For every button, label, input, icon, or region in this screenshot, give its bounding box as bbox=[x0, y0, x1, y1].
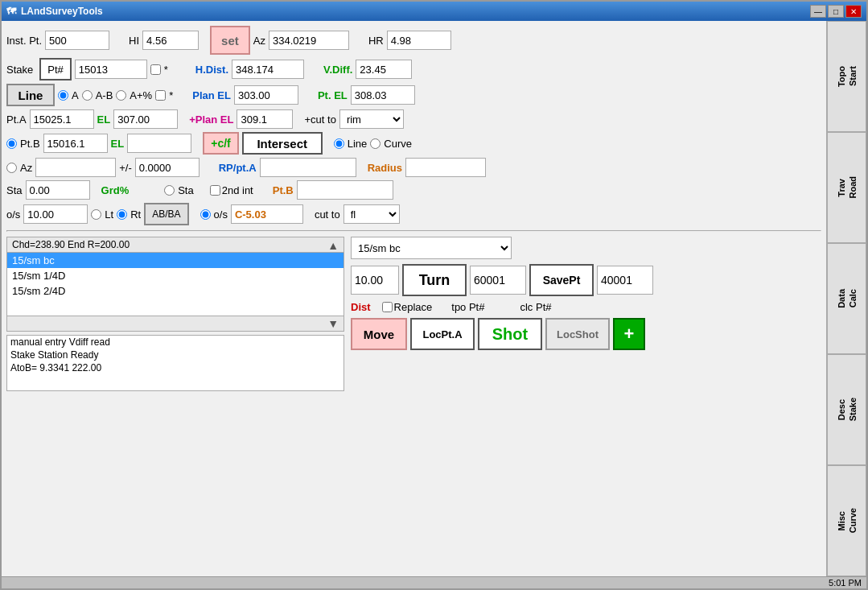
os-input[interactable]: 10.00 bbox=[23, 204, 88, 224]
locshot-button[interactable]: LocShot bbox=[545, 318, 610, 350]
ptb-input2[interactable] bbox=[297, 180, 393, 200]
el-label: EL bbox=[97, 113, 111, 126]
replace-checkbox[interactable] bbox=[382, 302, 393, 312]
el-input[interactable]: 307.00 bbox=[113, 109, 178, 129]
line-button[interactable]: Line bbox=[6, 84, 55, 106]
ptb-input[interactable]: 15016.1 bbox=[43, 134, 108, 153]
curve-radio[interactable] bbox=[370, 138, 381, 149]
c-value-input[interactable]: C-5.03 bbox=[231, 204, 303, 224]
bottom-buttons-row: Move LocPt.A Shot LocShot + bbox=[351, 318, 821, 350]
log-line-3: AtoB= 9.3341 222.00 bbox=[7, 361, 343, 374]
ptnum-button[interactable]: Pt# bbox=[39, 58, 72, 80]
radius-input[interactable] bbox=[405, 158, 486, 177]
ptb-label: Pt.B bbox=[20, 138, 40, 150]
radio-ab[interactable] bbox=[82, 90, 93, 101]
dist-label: Dist bbox=[351, 301, 371, 313]
maximize-button[interactable]: □ bbox=[828, 5, 844, 18]
hdist-input[interactable]: 348.174 bbox=[232, 60, 304, 79]
list-item-1[interactable]: 15/sm bc bbox=[7, 253, 343, 268]
az-radio[interactable] bbox=[6, 163, 17, 173]
plusminus-label: +/- bbox=[119, 162, 132, 174]
el-input2[interactable] bbox=[127, 134, 191, 153]
shot-button[interactable]: Shot bbox=[478, 318, 542, 350]
ptb-radio-group[interactable]: Pt.B bbox=[6, 138, 40, 150]
line-radio[interactable] bbox=[334, 138, 344, 149]
radio-a[interactable] bbox=[58, 90, 68, 101]
sidebar-btn-calc-data[interactable]: Calc Data bbox=[827, 243, 866, 354]
turn-button[interactable]: Turn bbox=[402, 264, 467, 296]
curve-radio-group[interactable]: Curve bbox=[370, 138, 412, 150]
inst-pt-label: Inst. Pt. bbox=[6, 35, 42, 47]
2nd-int-checkbox[interactable] bbox=[210, 185, 220, 196]
scroll-down-btn[interactable]: ▼ bbox=[327, 317, 339, 330]
title-bar: 🗺 LAndSurveyTools — □ ✕ bbox=[2, 2, 866, 21]
star-checkbox2[interactable] bbox=[155, 90, 166, 101]
rt-radio-group[interactable]: Rt bbox=[117, 208, 141, 221]
title-bar-controls: — □ ✕ bbox=[810, 5, 862, 18]
lt-radio-group[interactable]: Lt bbox=[91, 208, 113, 221]
az-radio-group[interactable]: Az bbox=[6, 162, 32, 174]
az-value-input[interactable] bbox=[35, 158, 116, 177]
plus-button[interactable]: + bbox=[613, 318, 645, 350]
savept-input[interactable]: 40001 bbox=[597, 266, 653, 295]
close-button[interactable]: ✕ bbox=[845, 5, 862, 18]
pt-el-input[interactable]: 308.03 bbox=[351, 85, 415, 105]
plus-plan-el-input[interactable]: 309.1 bbox=[237, 109, 293, 129]
ptb-radio[interactable] bbox=[6, 138, 17, 149]
scroll-up-btn[interactable]: ▲ bbox=[327, 239, 339, 252]
radio-apct-group[interactable]: A+% bbox=[116, 89, 152, 101]
replace-group[interactable]: Replace bbox=[382, 301, 433, 313]
turn-pt-input[interactable]: 60001 bbox=[470, 266, 526, 295]
abba-button[interactable]: AB/BA bbox=[144, 203, 188, 225]
plan-el-input[interactable]: 303.00 bbox=[234, 85, 298, 105]
cut-dropdown2[interactable]: fl rim top inv bbox=[343, 204, 400, 224]
star-checkbox[interactable] bbox=[150, 64, 161, 75]
move-button[interactable]: Move bbox=[351, 318, 407, 350]
list-area[interactable]: 15/sm bc 15/sm 1/4D 15/sm 2/4D bbox=[6, 252, 344, 316]
pt-input[interactable]: 15013 bbox=[75, 60, 147, 79]
bottom-area: Chd=238.90 End R=200.00 ▲ 15/sm bc 15/sm… bbox=[6, 237, 821, 391]
sidebar-btn-start-topo[interactable]: Start Topo bbox=[827, 21, 866, 132]
os2-radio[interactable] bbox=[200, 209, 211, 220]
list-item-3[interactable]: 15/sm 2/4D bbox=[7, 283, 343, 299]
inst-pt-input[interactable]: 500 bbox=[45, 31, 109, 50]
radio-ab-group[interactable]: A-B bbox=[82, 89, 113, 101]
vdiff-input[interactable]: 23.45 bbox=[356, 60, 412, 79]
radio-a-group[interactable]: A bbox=[58, 89, 79, 101]
row-sta: Sta 0.00 Grd% Sta 2nd int Pt.B bbox=[6, 180, 821, 200]
radio-apct[interactable] bbox=[116, 90, 126, 101]
hi-input[interactable]: 4.56 bbox=[142, 31, 199, 50]
cf-button[interactable]: +c/f bbox=[203, 132, 239, 155]
turn-left-input[interactable]: 10.00 bbox=[351, 266, 399, 295]
right-row-turn: 10.00 Turn 60001 SavePt 40001 bbox=[351, 264, 821, 296]
os-radio-group[interactable]: o/s bbox=[200, 208, 228, 221]
sidebar-btn-stake-desc[interactable]: Stake Desc bbox=[827, 354, 866, 465]
savept-button[interactable]: SavePt bbox=[529, 264, 594, 296]
list-item-2[interactable]: 15/sm 1/4D bbox=[7, 268, 343, 283]
sidebar-label-desc: Desc bbox=[837, 399, 846, 420]
line-radio-group[interactable]: Line bbox=[334, 138, 368, 150]
sidebar-label-road: Road bbox=[848, 176, 858, 199]
sidebar-btn-road-trav[interactable]: Road Trav bbox=[827, 132, 866, 243]
row-pta: Pt.A 15025.1 EL 307.00 +Plan EL 309.1 +c… bbox=[6, 109, 821, 129]
az-input[interactable]: 334.0219 bbox=[269, 31, 349, 50]
sta-radio[interactable] bbox=[164, 185, 175, 196]
sidebar-btn-curve-misc[interactable]: Curve Misc bbox=[827, 465, 866, 576]
set-button[interactable]: set bbox=[210, 26, 250, 55]
right-dropdown[interactable]: 15/sm bc 15/sm 1/4D 15/sm 2/4D bbox=[351, 237, 512, 259]
sta-label: Sta bbox=[6, 184, 23, 196]
lt-radio[interactable] bbox=[91, 209, 101, 220]
locpta-button[interactable]: LocPt.A bbox=[410, 318, 475, 350]
pta-input[interactable]: 15025.1 bbox=[30, 109, 94, 129]
2nd-int-group[interactable]: 2nd int bbox=[210, 184, 253, 196]
az-delta-input[interactable]: 0.0000 bbox=[135, 158, 200, 177]
rt-radio[interactable] bbox=[117, 209, 127, 220]
sta-radio-group[interactable]: Sta bbox=[164, 184, 194, 196]
cut-dropdown[interactable]: rim fl top inv bbox=[339, 109, 404, 129]
intersect-button[interactable]: Intersect bbox=[242, 132, 323, 155]
minimize-button[interactable]: — bbox=[810, 5, 826, 18]
rp-pta-input[interactable] bbox=[260, 158, 356, 177]
sta-input[interactable]: 0.00 bbox=[26, 180, 90, 200]
divider1 bbox=[6, 230, 821, 232]
hr-input[interactable]: 4.98 bbox=[387, 31, 451, 50]
